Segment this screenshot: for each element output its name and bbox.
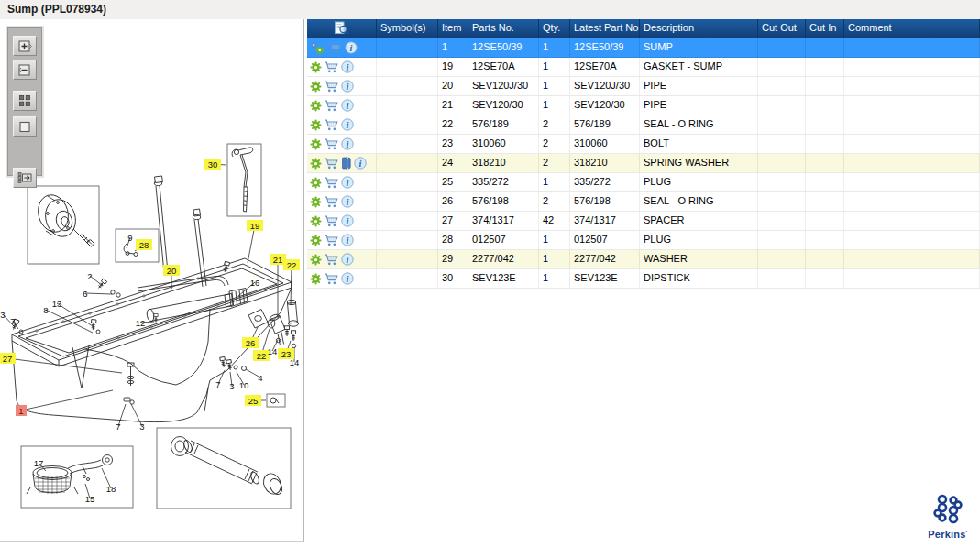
- svg-text:i: i: [347, 139, 349, 149]
- cart-icon[interactable]: [324, 81, 339, 93]
- cart-icon[interactable]: [324, 100, 339, 112]
- cell-qty: 1: [539, 58, 570, 76]
- cart-icon[interactable]: [324, 138, 339, 150]
- cell-cut_out: [758, 154, 806, 172]
- info-icon[interactable]: i: [341, 214, 354, 227]
- callout-28-highlighted[interactable]: 28: [136, 239, 152, 250]
- info-icon[interactable]: i: [341, 176, 354, 189]
- callout-30-highlighted[interactable]: 30: [204, 159, 221, 170]
- table-row-item-23[interactable]: i 233100602310060BOLT: [307, 135, 980, 154]
- cart-icon[interactable]: [324, 215, 339, 227]
- table-row-item-22[interactable]: i 22576/1892576/189SEAL - O RING: [307, 115, 980, 135]
- cart-icon[interactable]: [324, 177, 339, 189]
- table-row-item-30[interactable]: i 30SEV123E1SEV123EDIPSTICK: [307, 269, 980, 289]
- table-row-item-28[interactable]: i 280125071012507PLUG: [307, 231, 980, 250]
- info-icon[interactable]: i: [341, 253, 354, 266]
- cell-comment: [844, 77, 980, 95]
- gear-icon[interactable]: [310, 138, 322, 150]
- info-icon[interactable]: i: [341, 137, 354, 150]
- table-row-item-20[interactable]: i 20SEV120J/301SEV120J/30PIPE: [307, 77, 980, 96]
- info-icon[interactable]: i: [341, 272, 354, 285]
- cell-qty: 1: [539, 77, 570, 95]
- cell-selector: i: [307, 173, 377, 191]
- callout-19-highlighted[interactable]: 19: [247, 220, 263, 231]
- cell-comment: [844, 231, 980, 249]
- callout-27-highlighted[interactable]: 27: [0, 353, 16, 364]
- cart-icon[interactable]: [324, 196, 339, 208]
- cell-latest_part_no: 310060: [570, 135, 640, 153]
- cell-item: 27: [438, 212, 468, 230]
- table-row-item-27[interactable]: i 27374/131742374/1317SPACER: [307, 212, 980, 231]
- callout-25-highlighted[interactable]: 25: [245, 395, 261, 406]
- table-row-item-25[interactable]: i 25335/2721335/272PLUG: [307, 173, 980, 192]
- cell-item: 20: [438, 77, 468, 95]
- cell-parts_no: 576/189: [468, 115, 539, 134]
- svg-text:30: 30: [208, 159, 218, 170]
- cell-latest_part_no: 374/1317: [570, 212, 640, 230]
- column-header-item[interactable]: Item: [438, 19, 468, 38]
- callout-20-highlighted[interactable]: 20: [163, 265, 180, 276]
- cell-parts_no: 374/1317: [468, 212, 539, 230]
- column-header-selector[interactable]: [307, 19, 377, 38]
- callout-18: 18: [106, 484, 116, 494]
- info-icon[interactable]: i: [341, 195, 354, 208]
- callout-10: 10: [239, 380, 249, 390]
- cart-icon[interactable]: [324, 61, 339, 73]
- column-header-latest_part_no[interactable]: Latest Part No.: [570, 19, 640, 38]
- callout-1-selected[interactable]: 1: [16, 405, 27, 416]
- gear-icon[interactable]: [310, 119, 322, 131]
- cell-symbols: [377, 154, 438, 172]
- info-icon[interactable]: i: [341, 234, 354, 246]
- cart-icon[interactable]: [324, 235, 339, 246]
- cart-icon[interactable]: [324, 254, 339, 266]
- gear-icon[interactable]: [310, 158, 322, 170]
- column-header-cut_in[interactable]: Cut In: [806, 19, 844, 38]
- gear-icon[interactable]: [310, 215, 322, 227]
- table-row-item-24[interactable]: i 243182102318210SPRING WASHER: [307, 154, 980, 173]
- column-header-symbols[interactable]: Symbol(s): [377, 19, 438, 38]
- column-header-parts_no[interactable]: Parts No.: [468, 19, 539, 38]
- gear-icon[interactable]: [310, 196, 322, 208]
- full-view-button[interactable]: [13, 116, 37, 137]
- gear-icon[interactable]: [310, 100, 322, 112]
- column-header-qty[interactable]: Qty.: [539, 19, 570, 38]
- part-search-icon[interactable]: [334, 21, 349, 36]
- info-icon[interactable]: i: [341, 99, 354, 112]
- run-symbol-icon[interactable]: [310, 41, 325, 55]
- table-row-item-21[interactable]: i 21SEV120/301SEV120/30PIPE: [307, 96, 980, 115]
- table-row-item-26[interactable]: i 26576/1982576/198SEAL - O RING: [307, 192, 980, 212]
- callout-22-highlighted[interactable]: 22: [283, 259, 300, 270]
- tile-views-button[interactable]: [13, 91, 37, 111]
- book-icon[interactable]: [341, 157, 352, 170]
- callout-26-highlighted[interactable]: 26: [242, 337, 259, 348]
- cell-item: 24: [438, 154, 468, 172]
- info-icon[interactable]: i: [354, 157, 367, 170]
- zoom-in-button[interactable]: [13, 36, 37, 56]
- column-header-cut_out[interactable]: Cut Out: [758, 19, 806, 38]
- cart-icon[interactable]: [324, 273, 339, 285]
- gear-icon[interactable]: [310, 81, 322, 93]
- cell-qty: 2: [539, 115, 570, 134]
- info-icon[interactable]: i: [341, 80, 354, 93]
- column-header-description[interactable]: Description: [640, 19, 758, 38]
- column-header-comment[interactable]: Comment: [844, 19, 980, 38]
- gear-icon[interactable]: [310, 177, 322, 189]
- cell-qty: 1: [539, 250, 570, 268]
- cart-icon[interactable]: [324, 158, 339, 170]
- info-icon[interactable]: i: [341, 118, 354, 131]
- gear-icon[interactable]: [310, 61, 322, 73]
- svg-text:22: 22: [287, 260, 297, 270]
- table-row-item-1[interactable]: i 112SE50/39112SE50/39SUMP: [307, 38, 980, 58]
- table-row-item-19[interactable]: i 1912SE70A112SE70AGASKET - SUMP: [307, 58, 980, 77]
- info-icon[interactable]: i: [345, 41, 358, 54]
- zoom-out-button[interactable]: [13, 60, 37, 80]
- info-icon[interactable]: i: [341, 60, 354, 73]
- gear-icon[interactable]: [310, 273, 322, 285]
- cart-icon[interactable]: [327, 42, 343, 54]
- gear-icon[interactable]: [310, 254, 322, 266]
- send-to-list-button[interactable]: [13, 168, 37, 188]
- svg-text:7: 7: [10, 316, 15, 326]
- table-row-item-29[interactable]: i 292277/04212277/042WASHER: [307, 250, 980, 269]
- cart-icon[interactable]: [324, 119, 339, 131]
- gear-icon[interactable]: [310, 235, 322, 246]
